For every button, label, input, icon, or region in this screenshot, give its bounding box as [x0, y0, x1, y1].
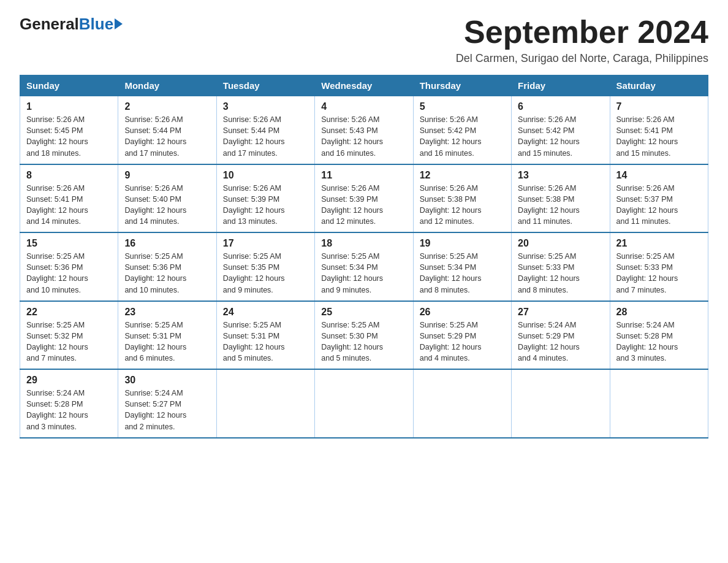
day-number: 29 — [26, 375, 112, 386]
header-saturday: Saturday — [610, 75, 708, 96]
day-cell: 14Sunrise: 5:26 AMSunset: 5:37 PMDayligh… — [610, 164, 708, 233]
day-cell: 18Sunrise: 5:25 AMSunset: 5:34 PMDayligh… — [315, 232, 413, 301]
day-number: 13 — [518, 170, 603, 181]
day-cell: 15Sunrise: 5:25 AMSunset: 5:36 PMDayligh… — [20, 232, 118, 301]
week-row-4: 22Sunrise: 5:25 AMSunset: 5:32 PMDayligh… — [20, 301, 708, 370]
day-cell — [216, 369, 314, 438]
day-number: 11 — [321, 170, 406, 181]
day-cell — [512, 369, 610, 438]
day-number: 4 — [321, 101, 406, 112]
day-number: 10 — [223, 170, 308, 181]
location-subtitle: Del Carmen, Surigao del Norte, Caraga, P… — [456, 52, 708, 65]
day-cell: 6Sunrise: 5:26 AMSunset: 5:42 PMDaylight… — [512, 96, 610, 164]
day-number: 9 — [124, 170, 210, 181]
header-friday: Friday — [512, 75, 610, 96]
day-cell: 17Sunrise: 5:25 AMSunset: 5:35 PMDayligh… — [216, 232, 314, 301]
day-info: Sunrise: 5:25 AMSunset: 5:33 PMDaylight:… — [518, 251, 603, 296]
day-info: Sunrise: 5:24 AMSunset: 5:28 PMDaylight:… — [616, 320, 702, 364]
day-cell: 5Sunrise: 5:26 AMSunset: 5:42 PMDaylight… — [413, 96, 511, 164]
day-number: 14 — [616, 170, 702, 181]
day-info: Sunrise: 5:26 AMSunset: 5:37 PMDaylight:… — [616, 183, 702, 228]
day-cell: 26Sunrise: 5:25 AMSunset: 5:29 PMDayligh… — [413, 301, 511, 370]
day-info: Sunrise: 5:25 AMSunset: 5:32 PMDaylight:… — [26, 320, 112, 364]
day-cell: 27Sunrise: 5:24 AMSunset: 5:29 PMDayligh… — [512, 301, 610, 370]
day-info: Sunrise: 5:26 AMSunset: 5:42 PMDaylight:… — [518, 114, 603, 159]
day-info: Sunrise: 5:25 AMSunset: 5:34 PMDaylight:… — [420, 251, 505, 296]
day-cell: 24Sunrise: 5:25 AMSunset: 5:31 PMDayligh… — [216, 301, 314, 370]
day-number: 25 — [321, 307, 406, 318]
header-thursday: Thursday — [413, 75, 511, 96]
day-info: Sunrise: 5:25 AMSunset: 5:36 PMDaylight:… — [124, 251, 210, 296]
day-info: Sunrise: 5:26 AMSunset: 5:44 PMDaylight:… — [124, 114, 210, 159]
day-cell: 25Sunrise: 5:25 AMSunset: 5:30 PMDayligh… — [315, 301, 413, 370]
day-number: 1 — [26, 101, 112, 112]
day-number: 5 — [420, 101, 505, 112]
day-number: 27 — [518, 307, 603, 318]
header-monday: Monday — [118, 75, 216, 96]
day-number: 8 — [26, 170, 112, 181]
day-cell: 9Sunrise: 5:26 AMSunset: 5:40 PMDaylight… — [118, 164, 216, 233]
day-number: 20 — [518, 238, 603, 249]
day-info: Sunrise: 5:25 AMSunset: 5:29 PMDaylight:… — [420, 320, 505, 364]
day-cell: 28Sunrise: 5:24 AMSunset: 5:28 PMDayligh… — [610, 301, 708, 370]
week-row-1: 1Sunrise: 5:26 AMSunset: 5:45 PMDaylight… — [20, 96, 708, 164]
day-info: Sunrise: 5:24 AMSunset: 5:28 PMDaylight:… — [26, 388, 112, 432]
day-info: Sunrise: 5:26 AMSunset: 5:41 PMDaylight:… — [616, 114, 702, 159]
day-info: Sunrise: 5:25 AMSunset: 5:34 PMDaylight:… — [321, 251, 406, 296]
day-info: Sunrise: 5:26 AMSunset: 5:40 PMDaylight:… — [124, 183, 210, 228]
day-cell: 12Sunrise: 5:26 AMSunset: 5:38 PMDayligh… — [413, 164, 511, 233]
day-cell — [413, 369, 511, 438]
day-cell: 3Sunrise: 5:26 AMSunset: 5:44 PMDaylight… — [216, 96, 314, 164]
day-number: 28 — [616, 307, 702, 318]
day-info: Sunrise: 5:26 AMSunset: 5:39 PMDaylight:… — [223, 183, 308, 228]
day-info: Sunrise: 5:25 AMSunset: 5:31 PMDaylight:… — [124, 320, 210, 364]
day-info: Sunrise: 5:26 AMSunset: 5:43 PMDaylight:… — [321, 114, 406, 159]
day-number: 26 — [420, 307, 505, 318]
day-number: 2 — [124, 101, 210, 112]
day-number: 30 — [124, 375, 210, 386]
day-cell: 30Sunrise: 5:24 AMSunset: 5:27 PMDayligh… — [118, 369, 216, 438]
logo-general-text: General — [20, 15, 79, 34]
day-info: Sunrise: 5:25 AMSunset: 5:31 PMDaylight:… — [223, 320, 308, 364]
day-info: Sunrise: 5:25 AMSunset: 5:33 PMDaylight:… — [616, 251, 702, 296]
day-cell: 4Sunrise: 5:26 AMSunset: 5:43 PMDaylight… — [315, 96, 413, 164]
day-cell: 16Sunrise: 5:25 AMSunset: 5:36 PMDayligh… — [118, 232, 216, 301]
day-info: Sunrise: 5:25 AMSunset: 5:30 PMDaylight:… — [321, 320, 406, 364]
header-row: SundayMondayTuesdayWednesdayThursdayFrid… — [20, 75, 708, 96]
day-cell: 20Sunrise: 5:25 AMSunset: 5:33 PMDayligh… — [512, 232, 610, 301]
day-cell: 7Sunrise: 5:26 AMSunset: 5:41 PMDaylight… — [610, 96, 708, 164]
day-cell: 19Sunrise: 5:25 AMSunset: 5:34 PMDayligh… — [413, 232, 511, 301]
day-info: Sunrise: 5:24 AMSunset: 5:29 PMDaylight:… — [518, 320, 603, 364]
page-header: General Blue September 2024 Del Carmen, … — [20, 15, 708, 65]
header-wednesday: Wednesday — [315, 75, 413, 96]
month-title: September 2024 — [456, 15, 708, 50]
day-cell — [315, 369, 413, 438]
day-info: Sunrise: 5:26 AMSunset: 5:38 PMDaylight:… — [518, 183, 603, 228]
logo-blue-text: Blue — [79, 15, 113, 34]
week-row-2: 8Sunrise: 5:26 AMSunset: 5:41 PMDaylight… — [20, 164, 708, 233]
day-cell: 29Sunrise: 5:24 AMSunset: 5:28 PMDayligh… — [20, 369, 118, 438]
day-info: Sunrise: 5:26 AMSunset: 5:42 PMDaylight:… — [420, 114, 505, 159]
day-number: 6 — [518, 101, 603, 112]
calendar-table: SundayMondayTuesdayWednesdayThursdayFrid… — [20, 75, 708, 439]
day-info: Sunrise: 5:24 AMSunset: 5:27 PMDaylight:… — [124, 388, 210, 432]
day-cell: 2Sunrise: 5:26 AMSunset: 5:44 PMDaylight… — [118, 96, 216, 164]
day-number: 17 — [223, 238, 308, 249]
day-info: Sunrise: 5:26 AMSunset: 5:41 PMDaylight:… — [26, 183, 112, 228]
logo-blue-part: Blue — [79, 15, 123, 34]
day-info: Sunrise: 5:25 AMSunset: 5:36 PMDaylight:… — [26, 251, 112, 296]
week-row-5: 29Sunrise: 5:24 AMSunset: 5:28 PMDayligh… — [20, 369, 708, 438]
logo-triangle-icon — [115, 18, 123, 29]
day-info: Sunrise: 5:26 AMSunset: 5:38 PMDaylight:… — [420, 183, 505, 228]
day-info: Sunrise: 5:25 AMSunset: 5:35 PMDaylight:… — [223, 251, 308, 296]
day-cell: 22Sunrise: 5:25 AMSunset: 5:32 PMDayligh… — [20, 301, 118, 370]
day-number: 23 — [124, 307, 210, 318]
logo: General Blue — [20, 15, 123, 34]
day-number: 18 — [321, 238, 406, 249]
header-tuesday: Tuesday — [216, 75, 314, 96]
day-number: 16 — [124, 238, 210, 249]
day-number: 19 — [420, 238, 505, 249]
day-cell: 8Sunrise: 5:26 AMSunset: 5:41 PMDaylight… — [20, 164, 118, 233]
day-number: 24 — [223, 307, 308, 318]
day-number: 12 — [420, 170, 505, 181]
